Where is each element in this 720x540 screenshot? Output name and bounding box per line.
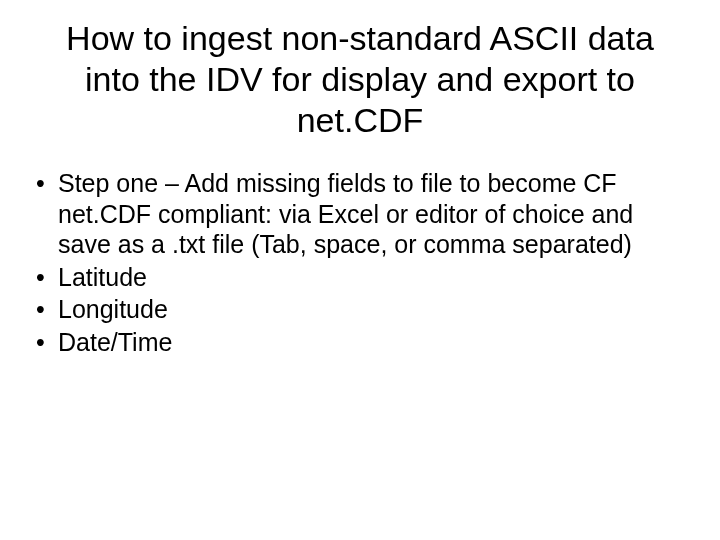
list-item: Step one – Add missing fields to file to… bbox=[30, 168, 690, 260]
list-item: Longitude bbox=[30, 294, 690, 325]
list-item: Latitude bbox=[30, 262, 690, 293]
bullet-list: Step one – Add missing fields to file to… bbox=[30, 168, 690, 357]
list-item: Date/Time bbox=[30, 327, 690, 358]
slide-title: How to ingest non-standard ASCII data in… bbox=[30, 18, 690, 140]
